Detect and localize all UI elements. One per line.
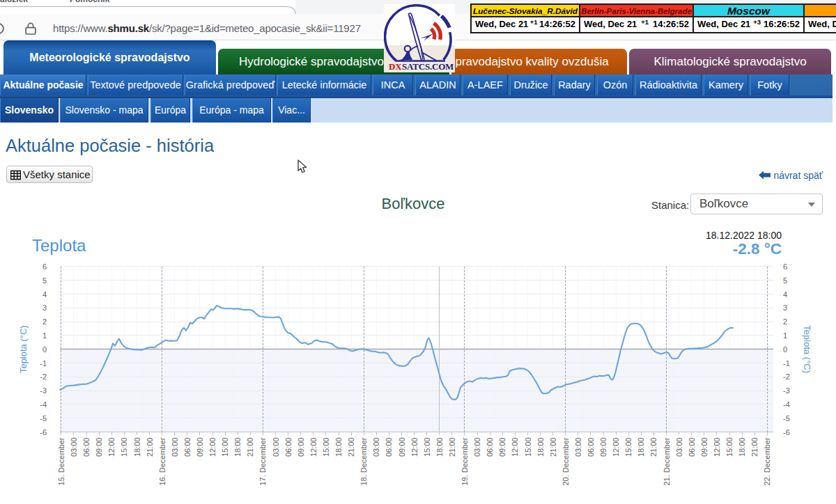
- svg-text:4: 4: [42, 290, 47, 299]
- svg-text:-6: -6: [40, 428, 47, 436]
- svg-text:-2: -2: [783, 372, 790, 381]
- svg-text:06:00: 06:00: [284, 438, 293, 457]
- svg-text:19. December: 19. December: [460, 437, 469, 485]
- svg-text:03:00: 03:00: [473, 438, 481, 457]
- svg-text:18:00: 18:00: [233, 438, 242, 457]
- svg-text:09:00: 09:00: [498, 438, 506, 457]
- svg-text:22. December: 22. December: [763, 437, 771, 485]
- svg-text:-6: -6: [783, 428, 790, 436]
- svg-text:15:00: 15:00: [322, 438, 330, 457]
- svg-text:-5: -5: [40, 414, 47, 423]
- svg-text:-2: -2: [40, 372, 47, 381]
- svg-text:0: 0: [783, 345, 787, 354]
- svg-text:0: 0: [42, 345, 47, 354]
- svg-text:06:00: 06:00: [385, 438, 393, 457]
- svg-text:06:00: 06:00: [587, 438, 595, 457]
- svg-text:03:00: 03:00: [675, 438, 683, 457]
- svg-text:SATCS.COM: SATCS.COM: [402, 61, 454, 72]
- svg-text:3: 3: [783, 304, 787, 312]
- svg-text:3: 3: [42, 304, 47, 312]
- svg-text:-4: -4: [783, 400, 790, 409]
- svg-text:-4: -4: [40, 400, 47, 409]
- svg-text:6: 6: [42, 262, 47, 271]
- svg-text:17. December: 17. December: [258, 437, 267, 485]
- svg-text:12:00: 12:00: [208, 438, 217, 457]
- svg-text:21:00: 21:00: [750, 438, 759, 457]
- svg-text:16. December: 16. December: [158, 437, 167, 485]
- svg-text:15. December: 15. December: [57, 437, 65, 485]
- svg-text:03:00: 03:00: [171, 438, 179, 457]
- svg-text:15:00: 15:00: [423, 438, 431, 457]
- svg-text:18:00: 18:00: [637, 438, 645, 457]
- svg-text:03:00: 03:00: [372, 438, 380, 457]
- svg-text:-1: -1: [40, 359, 47, 368]
- svg-text:20. December: 20. December: [562, 437, 570, 485]
- svg-text:21:00: 21:00: [448, 438, 456, 457]
- svg-text:2: 2: [783, 317, 787, 326]
- svg-text:21:00: 21:00: [649, 438, 658, 457]
- svg-text:15:00: 15:00: [624, 438, 633, 457]
- svg-text:-3: -3: [783, 386, 790, 395]
- svg-text:21:00: 21:00: [347, 438, 355, 457]
- svg-text:-1: -1: [783, 359, 790, 368]
- svg-text:5: 5: [42, 276, 47, 285]
- svg-text:21:00: 21:00: [146, 438, 154, 457]
- svg-text:18:00: 18:00: [435, 438, 444, 457]
- svg-text:4: 4: [783, 290, 787, 299]
- svg-text:15:00: 15:00: [120, 438, 128, 457]
- svg-text:Teplota (°C): Teplota (°C): [802, 325, 812, 373]
- svg-text:-3: -3: [40, 386, 47, 395]
- svg-text:12:00: 12:00: [511, 438, 519, 457]
- svg-text:21:00: 21:00: [246, 438, 254, 457]
- svg-text:18:00: 18:00: [536, 438, 545, 457]
- svg-text:-5: -5: [783, 414, 790, 423]
- svg-text:21:00: 21:00: [549, 438, 557, 457]
- svg-text:12:00: 12:00: [612, 438, 620, 457]
- svg-text:09:00: 09:00: [95, 438, 103, 457]
- svg-text:15:00: 15:00: [524, 438, 532, 457]
- svg-text:12:00: 12:00: [107, 438, 116, 457]
- svg-text:03:00: 03:00: [272, 438, 280, 457]
- svg-text:06:00: 06:00: [183, 438, 192, 457]
- svg-text:1: 1: [42, 331, 47, 340]
- svg-text:5: 5: [783, 276, 787, 285]
- svg-text:18:00: 18:00: [738, 438, 746, 457]
- svg-text:09:00: 09:00: [297, 438, 305, 457]
- svg-text:12:00: 12:00: [309, 438, 318, 457]
- svg-text:03:00: 03:00: [574, 438, 582, 457]
- svg-text:09:00: 09:00: [599, 438, 607, 457]
- svg-text:06:00: 06:00: [688, 437, 696, 457]
- svg-text:09:00: 09:00: [196, 438, 204, 457]
- svg-text:6: 6: [783, 262, 787, 271]
- svg-text:06:00: 06:00: [486, 438, 494, 457]
- svg-text:15:00: 15:00: [221, 438, 229, 457]
- svg-text:09:00: 09:00: [700, 438, 709, 457]
- svg-text:2: 2: [42, 317, 47, 326]
- svg-text:1: 1: [783, 331, 787, 340]
- svg-text:18:00: 18:00: [334, 438, 343, 457]
- svg-text:15:00: 15:00: [725, 438, 734, 457]
- svg-text:DX: DX: [389, 61, 402, 72]
- svg-text:21. December: 21. December: [663, 437, 671, 485]
- svg-text:18. December: 18. December: [359, 437, 368, 485]
- svg-text:18:00: 18:00: [133, 438, 141, 457]
- svg-text:03:00: 03:00: [70, 438, 78, 457]
- svg-text:06:00: 06:00: [82, 438, 91, 457]
- svg-text:12:00: 12:00: [410, 438, 419, 457]
- svg-text:12:00: 12:00: [713, 438, 721, 457]
- svg-text:Teplota (°C): Teplota (°C): [18, 325, 29, 373]
- svg-text:09:00: 09:00: [398, 438, 406, 457]
